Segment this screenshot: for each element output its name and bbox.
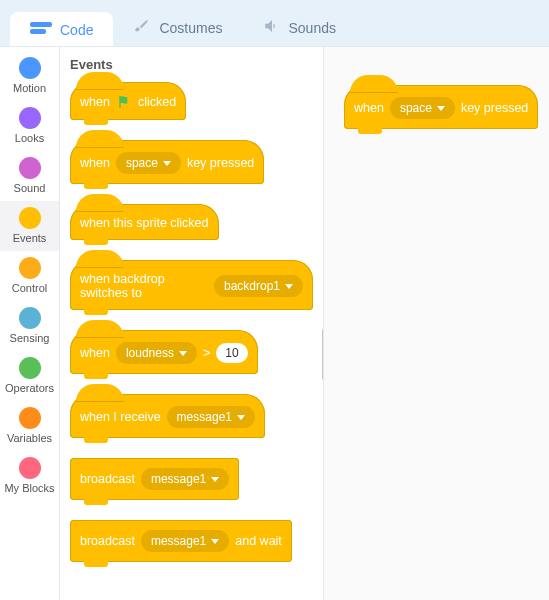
category-events[interactable]: Events bbox=[0, 201, 59, 251]
block-when-flag-clicked[interactable]: when clicked bbox=[70, 82, 186, 120]
key-dropdown[interactable]: space bbox=[116, 152, 181, 174]
block-broadcast-wait[interactable]: broadcast message1 and wait bbox=[70, 520, 292, 562]
category-looks[interactable]: Looks bbox=[0, 101, 59, 151]
events-icon bbox=[19, 207, 41, 229]
backdrop-dropdown[interactable]: backdrop1 bbox=[214, 275, 303, 297]
palette-heading: Events bbox=[70, 57, 313, 72]
receive-msg-dropdown[interactable]: message1 bbox=[167, 406, 255, 428]
tab-code-label: Code bbox=[60, 22, 93, 38]
category-control[interactable]: Control bbox=[0, 251, 59, 301]
main-area: Motion Looks Sound Events Control Sensin… bbox=[0, 46, 549, 600]
tab-code[interactable]: Code bbox=[10, 12, 113, 46]
chevron-down-icon bbox=[237, 415, 245, 420]
block-when-loudness[interactable]: when loudness > 10 bbox=[70, 330, 258, 374]
block-when-backdrop-switches[interactable]: when backdrop switches to backdrop1 bbox=[70, 260, 313, 310]
category-variables[interactable]: Variables bbox=[0, 401, 59, 451]
sound-dot-icon bbox=[19, 157, 41, 179]
variables-icon bbox=[19, 407, 41, 429]
code-icon bbox=[30, 22, 52, 38]
chevron-down-icon bbox=[179, 351, 187, 356]
tab-costumes-label: Costumes bbox=[159, 20, 222, 36]
block-broadcast[interactable]: broadcast message1 bbox=[70, 458, 239, 500]
broadcast-msg-dropdown[interactable]: message1 bbox=[141, 468, 229, 490]
sensing-icon bbox=[19, 307, 41, 329]
control-icon bbox=[19, 257, 41, 279]
chevron-down-icon bbox=[163, 161, 171, 166]
broadcast-wait-msg-dropdown[interactable]: message1 bbox=[141, 530, 229, 552]
chevron-down-icon bbox=[211, 477, 219, 482]
motion-icon bbox=[19, 57, 41, 79]
chevron-down-icon bbox=[285, 284, 293, 289]
script-workspace[interactable]: when space key pressed bbox=[324, 46, 549, 600]
myblocks-icon bbox=[19, 457, 41, 479]
brush-icon bbox=[133, 17, 151, 38]
block-palette[interactable]: Events when clicked when space key press… bbox=[60, 46, 324, 600]
sound-icon bbox=[263, 17, 281, 38]
loudness-value[interactable]: 10 bbox=[216, 343, 247, 363]
operators-icon bbox=[19, 357, 41, 379]
tab-sounds-label: Sounds bbox=[289, 20, 336, 36]
category-list: Motion Looks Sound Events Control Sensin… bbox=[0, 46, 60, 600]
tab-costumes[interactable]: Costumes bbox=[113, 7, 242, 46]
block-when-sprite-clicked[interactable]: when this sprite clicked bbox=[70, 204, 219, 240]
category-sound[interactable]: Sound bbox=[0, 151, 59, 201]
category-motion[interactable]: Motion bbox=[0, 51, 59, 101]
editor-tabs: Code Costumes Sounds bbox=[0, 0, 549, 46]
block-when-receive[interactable]: when I receive message1 bbox=[70, 394, 265, 438]
chevron-down-icon bbox=[211, 539, 219, 544]
block-when-key-pressed[interactable]: when space key pressed bbox=[70, 140, 264, 184]
green-flag-icon bbox=[116, 94, 132, 110]
chevron-down-icon bbox=[437, 106, 445, 111]
workspace-key-dropdown[interactable]: space bbox=[390, 97, 455, 119]
category-myblocks[interactable]: My Blocks bbox=[0, 451, 59, 501]
loudness-dropdown[interactable]: loudness bbox=[116, 342, 197, 364]
workspace-block-when-key-pressed[interactable]: when space key pressed bbox=[344, 85, 538, 129]
category-sensing[interactable]: Sensing bbox=[0, 301, 59, 351]
tab-sounds[interactable]: Sounds bbox=[243, 7, 356, 46]
looks-icon bbox=[19, 107, 41, 129]
category-operators[interactable]: Operators bbox=[0, 351, 59, 401]
